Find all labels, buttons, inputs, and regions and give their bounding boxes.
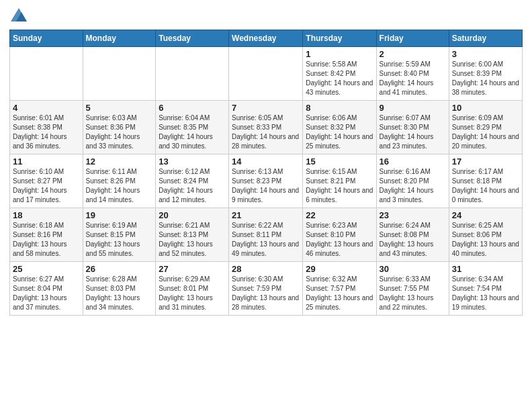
day-number: 26 — [86, 264, 153, 274]
calendar-week-2: 4Sunrise: 6:01 AM Sunset: 8:38 PM Daylig… — [10, 101, 523, 154]
calendar-cell: 16Sunrise: 6:16 AM Sunset: 8:20 PM Dayli… — [376, 154, 449, 208]
day-detail: Sunrise: 6:19 AM Sunset: 8:15 PM Dayligh… — [86, 221, 153, 259]
day-number: 12 — [86, 156, 153, 167]
day-number: 4 — [13, 103, 80, 113]
day-number: 7 — [232, 103, 300, 113]
day-number: 22 — [306, 210, 373, 220]
day-detail: Sunrise: 6:21 AM Sunset: 8:13 PM Dayligh… — [159, 221, 226, 259]
calendar-cell: 9Sunrise: 6:07 AM Sunset: 8:30 PM Daylig… — [376, 101, 449, 154]
calendar-cell: 10Sunrise: 6:09 AM Sunset: 8:29 PM Dayli… — [449, 101, 522, 154]
day-detail: Sunrise: 6:15 AM Sunset: 8:21 PM Dayligh… — [306, 167, 373, 205]
calendar-cell — [10, 47, 83, 101]
day-detail: Sunrise: 6:10 AM Sunset: 8:27 PM Dayligh… — [13, 167, 80, 205]
day-number: 24 — [452, 210, 519, 220]
weekday-header-saturday: Saturday — [449, 30, 522, 47]
day-number: 21 — [232, 210, 300, 220]
day-number: 15 — [306, 156, 373, 167]
calendar-cell — [83, 47, 156, 101]
day-detail: Sunrise: 6:22 AM Sunset: 8:11 PM Dayligh… — [232, 221, 300, 259]
calendar-table: SundayMondayTuesdayWednesdayThursdayFrid… — [9, 30, 523, 316]
day-detail: Sunrise: 6:32 AM Sunset: 7:57 PM Dayligh… — [306, 275, 373, 312]
day-detail: Sunrise: 6:24 AM Sunset: 8:08 PM Dayligh… — [380, 221, 446, 259]
day-detail: Sunrise: 6:23 AM Sunset: 8:10 PM Dayligh… — [306, 221, 373, 259]
day-detail: Sunrise: 6:28 AM Sunset: 8:03 PM Dayligh… — [86, 275, 153, 312]
day-detail: Sunrise: 6:01 AM Sunset: 8:38 PM Dayligh… — [13, 113, 80, 151]
day-number: 3 — [452, 49, 519, 59]
day-detail: Sunrise: 6:09 AM Sunset: 8:29 PM Dayligh… — [452, 113, 519, 151]
day-number: 2 — [380, 49, 446, 59]
calendar-cell: 6Sunrise: 6:04 AM Sunset: 8:35 PM Daylig… — [156, 101, 229, 154]
calendar-week-5: 25Sunrise: 6:27 AM Sunset: 8:04 PM Dayli… — [10, 262, 523, 316]
day-detail: Sunrise: 6:17 AM Sunset: 8:18 PM Dayligh… — [452, 167, 519, 205]
day-detail: Sunrise: 6:25 AM Sunset: 8:06 PM Dayligh… — [452, 221, 519, 259]
day-detail: Sunrise: 6:33 AM Sunset: 7:55 PM Dayligh… — [380, 275, 446, 312]
calendar-cell: 31Sunrise: 6:34 AM Sunset: 7:54 PM Dayli… — [449, 262, 522, 316]
calendar-cell: 8Sunrise: 6:06 AM Sunset: 8:32 PM Daylig… — [303, 101, 376, 154]
calendar-cell: 17Sunrise: 6:17 AM Sunset: 8:18 PM Dayli… — [449, 154, 522, 208]
calendar-cell: 19Sunrise: 6:19 AM Sunset: 8:15 PM Dayli… — [83, 208, 156, 262]
day-number: 8 — [306, 103, 373, 113]
day-detail: Sunrise: 5:59 AM Sunset: 8:40 PM Dayligh… — [380, 60, 446, 97]
day-detail: Sunrise: 6:06 AM Sunset: 8:32 PM Dayligh… — [306, 113, 373, 151]
calendar-cell: 14Sunrise: 6:13 AM Sunset: 8:23 PM Dayli… — [229, 154, 303, 208]
calendar-cell: 29Sunrise: 6:32 AM Sunset: 7:57 PM Dayli… — [303, 262, 376, 316]
day-number: 29 — [306, 264, 373, 274]
weekday-header-row: SundayMondayTuesdayWednesdayThursdayFrid… — [10, 30, 523, 47]
calendar-cell: 3Sunrise: 6:00 AM Sunset: 8:39 PM Daylig… — [449, 47, 522, 101]
weekday-header-friday: Friday — [376, 30, 449, 47]
day-detail: Sunrise: 6:34 AM Sunset: 7:54 PM Dayligh… — [452, 275, 519, 312]
day-detail: Sunrise: 6:27 AM Sunset: 8:04 PM Dayligh… — [13, 275, 80, 312]
day-number: 23 — [380, 210, 446, 220]
calendar-cell: 2Sunrise: 5:59 AM Sunset: 8:40 PM Daylig… — [376, 47, 449, 101]
day-number: 5 — [86, 103, 153, 113]
calendar-cell: 24Sunrise: 6:25 AM Sunset: 8:06 PM Dayli… — [449, 208, 522, 262]
calendar-cell: 20Sunrise: 6:21 AM Sunset: 8:13 PM Dayli… — [156, 208, 229, 262]
day-detail: Sunrise: 6:05 AM Sunset: 8:33 PM Dayligh… — [232, 113, 300, 151]
calendar-week-1: 1Sunrise: 5:58 AM Sunset: 8:42 PM Daylig… — [10, 47, 523, 101]
day-number: 17 — [452, 156, 519, 167]
calendar-cell: 22Sunrise: 6:23 AM Sunset: 8:10 PM Dayli… — [303, 208, 376, 262]
calendar-week-4: 18Sunrise: 6:18 AM Sunset: 8:16 PM Dayli… — [10, 208, 523, 262]
calendar-cell: 30Sunrise: 6:33 AM Sunset: 7:55 PM Dayli… — [376, 262, 449, 316]
day-number: 10 — [452, 103, 519, 113]
day-detail: Sunrise: 6:16 AM Sunset: 8:20 PM Dayligh… — [380, 167, 446, 205]
day-number: 6 — [159, 103, 226, 113]
day-number: 25 — [13, 264, 80, 274]
day-detail: Sunrise: 6:07 AM Sunset: 8:30 PM Dayligh… — [380, 113, 446, 151]
calendar-cell: 26Sunrise: 6:28 AM Sunset: 8:03 PM Dayli… — [83, 262, 156, 316]
calendar-cell: 25Sunrise: 6:27 AM Sunset: 8:04 PM Dayli… — [10, 262, 83, 316]
weekday-header-sunday: Sunday — [10, 30, 83, 47]
day-detail: Sunrise: 6:11 AM Sunset: 8:26 PM Dayligh… — [86, 167, 153, 205]
calendar-cell: 15Sunrise: 6:15 AM Sunset: 8:21 PM Dayli… — [303, 154, 376, 208]
calendar-cell: 7Sunrise: 6:05 AM Sunset: 8:33 PM Daylig… — [229, 101, 303, 154]
calendar-cell: 13Sunrise: 6:12 AM Sunset: 8:24 PM Dayli… — [156, 154, 229, 208]
day-number: 11 — [13, 156, 80, 167]
day-number: 19 — [86, 210, 153, 220]
day-number: 18 — [13, 210, 80, 220]
day-number: 30 — [380, 264, 446, 274]
calendar-cell: 27Sunrise: 6:29 AM Sunset: 8:01 PM Dayli… — [156, 262, 229, 316]
calendar-cell: 12Sunrise: 6:11 AM Sunset: 8:26 PM Dayli… — [83, 154, 156, 208]
calendar-cell: 5Sunrise: 6:03 AM Sunset: 8:36 PM Daylig… — [83, 101, 156, 154]
calendar-cell: 11Sunrise: 6:10 AM Sunset: 8:27 PM Dayli… — [10, 154, 83, 208]
page-container: SundayMondayTuesdayWednesdayThursdayFrid… — [0, 0, 532, 321]
calendar-cell: 18Sunrise: 6:18 AM Sunset: 8:16 PM Dayli… — [10, 208, 83, 262]
day-number: 28 — [232, 264, 300, 274]
calendar-cell: 28Sunrise: 6:30 AM Sunset: 7:59 PM Dayli… — [229, 262, 303, 316]
day-detail: Sunrise: 6:29 AM Sunset: 8:01 PM Dayligh… — [159, 275, 226, 312]
day-number: 16 — [380, 156, 446, 167]
day-detail: Sunrise: 6:00 AM Sunset: 8:39 PM Dayligh… — [452, 60, 519, 97]
calendar-cell: 4Sunrise: 6:01 AM Sunset: 8:38 PM Daylig… — [10, 101, 83, 154]
day-detail: Sunrise: 5:58 AM Sunset: 8:42 PM Dayligh… — [306, 60, 373, 97]
day-number: 13 — [159, 156, 226, 167]
day-detail: Sunrise: 6:30 AM Sunset: 7:59 PM Dayligh… — [232, 275, 300, 312]
header — [9, 7, 523, 26]
day-number: 9 — [380, 103, 446, 113]
calendar-week-3: 11Sunrise: 6:10 AM Sunset: 8:27 PM Dayli… — [10, 154, 523, 208]
day-detail: Sunrise: 6:18 AM Sunset: 8:16 PM Dayligh… — [13, 221, 80, 259]
day-number: 31 — [452, 264, 519, 274]
day-detail: Sunrise: 6:12 AM Sunset: 8:24 PM Dayligh… — [159, 167, 226, 205]
day-number: 27 — [159, 264, 226, 274]
logo-icon — [9, 7, 28, 26]
day-detail: Sunrise: 6:13 AM Sunset: 8:23 PM Dayligh… — [232, 167, 300, 205]
